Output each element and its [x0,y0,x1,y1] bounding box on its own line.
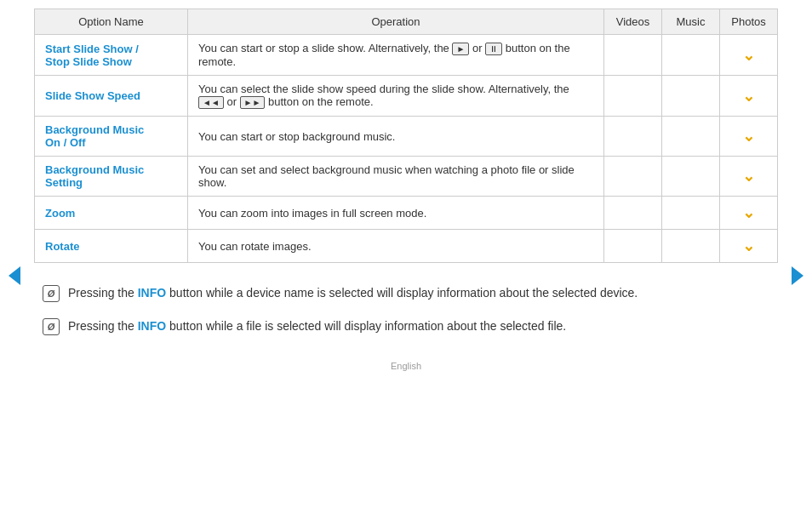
chevron-down-icon: ⌄ [742,168,755,185]
photos-col: ⌄ [720,197,778,230]
options-table: Option Name Operation Videos Music Photo… [34,9,778,263]
svg-marker-0 [9,266,20,285]
col-header-music: Music [662,9,720,35]
note-item-2: Ø Pressing the INFO button while a file … [43,317,769,335]
note-icon-2: Ø [43,318,60,335]
option-label: Background MusicSetting [45,163,144,189]
chevron-down-icon: ⌄ [742,47,755,64]
operation-cell: You can rotate images. [188,230,604,263]
table-row: Zoom You can zoom into images in full sc… [35,197,778,230]
photos-col: ⌄ [720,230,778,263]
play-icon: ► [452,43,469,55]
photos-col: ⌄ [720,76,778,117]
page-footer: English [34,361,778,380]
music-col [662,117,720,157]
operation-cell: You can zoom into images in full screen … [188,197,604,230]
videos-col [604,76,662,117]
music-col [662,157,720,197]
chevron-down-icon: ⌄ [742,237,755,254]
table-row: Background MusicOn / Off You can start o… [35,117,778,157]
info-highlight-1: INFO [138,286,166,300]
videos-col [604,157,662,197]
chevron-down-icon: ⌄ [742,204,755,221]
operation-cell: You can select the slide show speed duri… [188,76,604,117]
rewind-icon: ◄◄ [198,96,224,109]
pause-icon: ⏸ [485,43,502,55]
info-highlight-2: INFO [138,319,166,333]
option-name-cell: Background MusicOn / Off [35,117,188,157]
note-item-1: Ø Pressing the INFO button while a devic… [43,283,769,302]
note-text-1: Pressing the INFO button while a device … [68,283,638,302]
music-col [662,230,720,263]
videos-col [604,197,662,230]
notes-section: Ø Pressing the INFO button while a devic… [34,283,778,335]
footer-label: English [391,361,421,371]
table-row: Start Slide Show /Stop Slide Show You ca… [35,35,778,76]
chevron-down-icon: ⌄ [742,88,755,105]
col-header-option: Option Name [35,9,188,35]
music-col [662,197,720,230]
right-arrow[interactable] [790,264,805,288]
music-col [662,76,720,117]
option-label: Zoom [45,207,75,220]
videos-col [604,117,662,157]
table-row: Slide Show Speed You can select the slid… [35,76,778,117]
option-name-cell: Background MusicSetting [35,157,188,197]
option-label: Background MusicOn / Off [45,123,144,149]
photos-col: ⌄ [720,35,778,76]
option-label: Slide Show Speed [45,89,140,102]
option-label: Start Slide Show /Stop Slide Show [45,43,139,68]
photos-col: ⌄ [720,157,778,197]
chevron-down-icon: ⌄ [742,128,755,145]
option-label: Rotate [45,240,79,253]
videos-col [604,230,662,263]
col-header-operation: Operation [188,9,604,35]
note-text-2: Pressing the INFO button while a file is… [68,317,566,335]
table-row: Rotate You can rotate images. ⌄ [35,230,778,263]
left-arrow[interactable] [7,264,22,288]
videos-col [604,35,662,76]
col-header-videos: Videos [604,9,662,35]
option-name-cell: Slide Show Speed [35,76,188,117]
fastforward-icon: ►► [240,96,266,109]
music-col [662,35,720,76]
option-name-cell: Rotate [35,230,188,263]
col-header-photos: Photos [720,9,778,35]
option-name-cell: Start Slide Show /Stop Slide Show [35,35,188,76]
svg-marker-1 [792,266,803,285]
operation-cell: You can start or stop background music. [188,117,604,157]
photos-col: ⌄ [720,117,778,157]
option-name-cell: Zoom [35,197,188,230]
operation-cell: You can set and select background music … [188,157,604,197]
table-row: Background MusicSetting You can set and … [35,157,778,197]
note-icon-1: Ø [43,285,60,302]
operation-cell: You can start or stop a slide show. Alte… [188,35,604,76]
